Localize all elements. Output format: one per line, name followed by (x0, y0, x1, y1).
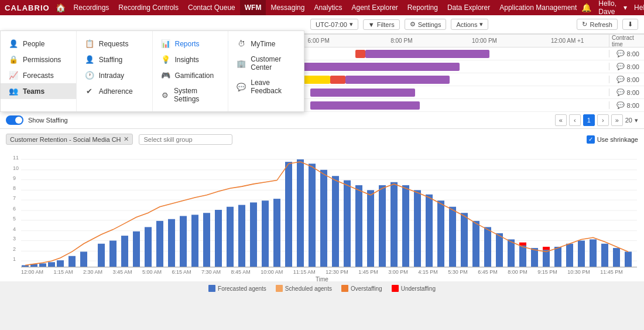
dropdown-teams[interactable]: 👥 Teams (1, 83, 76, 99)
svg-rect-41 (238, 205, 245, 267)
svg-text:7: 7 (13, 195, 16, 201)
legend-forecasted: Forecasted agents (208, 285, 266, 292)
svg-rect-25 (48, 262, 55, 267)
svg-rect-54 (390, 182, 398, 267)
actions-label: Actions (456, 21, 477, 28)
prev-page-button[interactable]: ‹ (569, 114, 581, 126)
nav-app-management[interactable]: Application Management (495, 0, 581, 15)
first-page-button[interactable]: « (555, 114, 567, 126)
nav-recording-controls[interactable]: Recording Controls (114, 0, 183, 15)
refresh-button[interactable]: ↻ Refresh (577, 19, 618, 30)
export-button[interactable]: ⬇ (622, 19, 638, 30)
svg-text:2: 2 (13, 246, 16, 252)
dropdown-requests-label: Requests (99, 40, 129, 48)
toggle-switch[interactable] (6, 115, 23, 125)
dropdown-reports[interactable]: 📊 Reports (153, 36, 228, 52)
legend-forecasted-label: Forecasted agents (218, 285, 266, 292)
svg-rect-45 (285, 162, 292, 267)
chevron-down-icon: ▾ (624, 4, 627, 12)
timezone-selector[interactable]: UTC-07:00 ▾ (310, 19, 358, 30)
dropdown-col-2: 📋 Requests 👤 Staffing 🕐 Intraday ✔ Adher… (77, 31, 153, 111)
svg-rect-66 (519, 243, 526, 246)
nav-agent-explorer[interactable]: Agent Explorer (347, 0, 402, 15)
svg-rect-35 (168, 219, 175, 267)
dropdown-adherence[interactable]: ✔ Adherence (77, 83, 152, 99)
svg-rect-47 (309, 164, 316, 267)
refresh-label: Refresh (590, 21, 612, 28)
contract-josh-greenwood: 💬 8:00 (609, 76, 644, 83)
dropdown-forecasts[interactable]: 📈 Forecasts (1, 67, 76, 83)
actions-button[interactable]: Actions ▾ (451, 19, 488, 30)
settings-label: Settings (418, 21, 441, 28)
nav-analytics[interactable]: Analytics (309, 0, 347, 15)
svg-rect-52 (367, 190, 374, 267)
shrinkage-checkbox-area[interactable]: ✓ Use shrinkage (587, 135, 638, 144)
dropdown-leave-feedback[interactable]: 💬 Leave Feedback (228, 75, 304, 98)
time-label-5: 12:00 AM +1 (526, 38, 609, 44)
dropdown-intraday[interactable]: 🕐 Intraday (77, 67, 152, 83)
legend-scheduled-label: Scheduled agents (285, 285, 332, 292)
svg-rect-57 (426, 195, 433, 267)
dropdown-requests[interactable]: 📋 Requests (77, 36, 152, 52)
legend-overstaffing-dot (341, 285, 348, 292)
dropdown-customer-center-label: Customer Center (251, 55, 296, 72)
svg-rect-55 (402, 185, 409, 267)
chart-svg: 11 10 9 8 7 6 5 4 3 2 1 (6, 148, 638, 271)
chart-legend: Forecasted agents Scheduled agents Overs… (6, 283, 638, 293)
svg-rect-73 (590, 239, 597, 267)
svg-rect-75 (613, 248, 620, 267)
nav-wfm[interactable]: WFM (240, 0, 266, 15)
nav-data-explorer[interactable]: Data Explorer (443, 0, 495, 15)
chart-tag-label: Customer Retention - Social Media CH (10, 136, 121, 143)
show-staffing-toggle[interactable]: Show Staffing (6, 115, 68, 125)
home-icon[interactable]: 🏠 (56, 3, 66, 12)
timezone-chevron-icon: ▾ (350, 21, 353, 28)
dropdown-gamification[interactable]: 🎮 Gamification (153, 67, 228, 83)
legend-overstaffing-label: Overstaffing (351, 285, 382, 292)
svg-rect-40 (227, 207, 234, 267)
chart-tag-close-icon[interactable]: ✕ (124, 135, 129, 143)
dropdown-mytime[interactable]: ⏱ MyTime (228, 36, 304, 52)
timezone-value: UTC-07:00 (316, 21, 347, 28)
svg-text:4: 4 (13, 226, 16, 232)
svg-rect-26 (57, 260, 64, 267)
bar-purple-josh (345, 76, 450, 84)
nav-contact-queue[interactable]: Contact Queue (183, 0, 240, 15)
nav-reporting[interactable]: Reporting (403, 0, 443, 15)
shrinkage-checkbox[interactable]: ✓ (587, 135, 595, 144)
dropdown-people-label: People (23, 40, 44, 48)
dropdown-staffing[interactable]: 👤 Staffing (77, 52, 152, 67)
notification-bell-icon[interactable]: 🔔 (581, 3, 591, 12)
filters-button[interactable]: ▼ Filters (363, 19, 400, 30)
user-greeting[interactable]: Hello, Dave (598, 0, 616, 16)
nav-messaging[interactable]: Messaging (266, 0, 309, 15)
svg-rect-65 (519, 246, 526, 267)
dropdown-people[interactable]: 👤 People (1, 36, 76, 52)
lock-icon: 🔒 (9, 55, 18, 64)
contract-time-header: Contract time (609, 35, 644, 47)
skill-group-input[interactable] (139, 134, 232, 145)
dropdown-system-settings[interactable]: ⚙ System Settings (153, 83, 228, 107)
current-page[interactable]: 1 (583, 114, 595, 126)
svg-rect-48 (320, 170, 327, 267)
help-link[interactable]: Help (634, 4, 644, 12)
settings-button[interactable]: ⚙ Settings (405, 19, 447, 30)
dropdown-insights[interactable]: 💡 Insights (153, 52, 228, 67)
last-page-button[interactable]: » (611, 114, 623, 126)
dropdown-customer-center[interactable]: 🏢 Customer Center (228, 52, 304, 75)
svg-rect-71 (566, 244, 573, 267)
dropdown-permissions[interactable]: 🔒 Permissions (1, 52, 76, 67)
nav-recordings[interactable]: Recordings (69, 0, 114, 15)
svg-text:6: 6 (13, 206, 16, 212)
reports-icon: 📊 (161, 39, 170, 48)
svg-rect-72 (578, 241, 585, 267)
x-axis-title: Time (6, 276, 638, 283)
settings-icon: ⚙ (410, 21, 416, 28)
svg-rect-43 (262, 200, 269, 267)
time-label-4: 10:00 PM (443, 38, 526, 44)
next-page-button[interactable]: › (597, 114, 609, 126)
chart-skill-tag[interactable]: Customer Retention - Social Media CH ✕ (6, 134, 133, 145)
svg-rect-30 (109, 241, 117, 267)
contract-ken-pryor: 💬 8:00 (609, 89, 644, 96)
dropdown-col-1: 👤 People 🔒 Permissions 📈 Forecasts 👥 Tea… (1, 31, 77, 111)
